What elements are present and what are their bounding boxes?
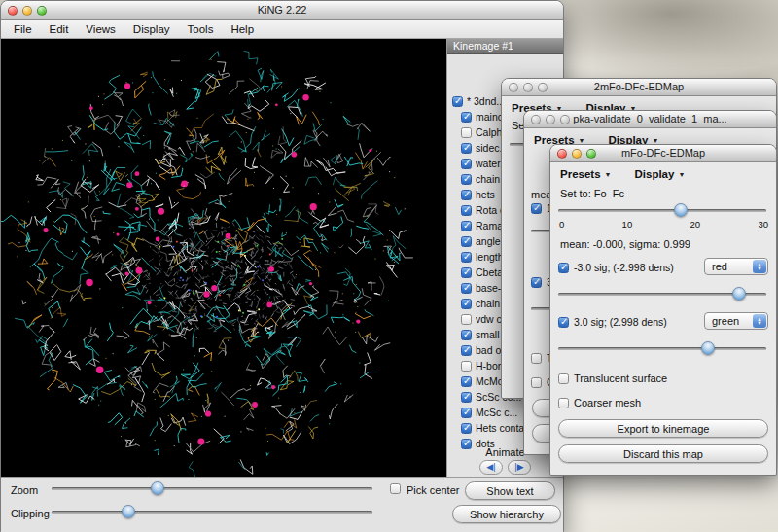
zoom-button[interactable] bbox=[586, 149, 596, 159]
menubar-item[interactable]: Views bbox=[77, 23, 124, 35]
zoom-button[interactable] bbox=[538, 83, 548, 92]
close-button[interactable] bbox=[8, 6, 18, 16]
zoom-slider[interactable] bbox=[52, 481, 372, 496]
coarser-mesh-row: Coarser mesh bbox=[558, 395, 641, 410]
show-hierarchy-button[interactable]: Show hierarchy bbox=[452, 505, 561, 523]
zoom-slider-track[interactable] bbox=[52, 487, 372, 490]
tree-item-checkbox[interactable] bbox=[461, 376, 472, 387]
tree-item-checkbox[interactable] bbox=[461, 361, 472, 372]
tree-item-checkbox[interactable] bbox=[461, 127, 472, 138]
popup-arrows-icon bbox=[753, 260, 766, 273]
neg-contour-slider[interactable] bbox=[558, 287, 766, 301]
animate-prev-button[interactable]: ◀| bbox=[479, 460, 503, 475]
neg-color-value: red bbox=[712, 261, 727, 272]
clipping-slider-track[interactable] bbox=[52, 511, 372, 514]
chevron-down-icon: ▼ bbox=[652, 137, 658, 144]
tree-item-checkbox[interactable] bbox=[461, 267, 472, 278]
viewport-controls-bar: Zoom Pick center Show text Clipping Show… bbox=[1, 477, 563, 532]
menubar-item[interactable]: Tools bbox=[179, 23, 223, 35]
level-slider[interactable] bbox=[558, 203, 766, 218]
slider-thumb[interactable] bbox=[674, 203, 688, 217]
tree-item-checkbox[interactable] bbox=[461, 345, 472, 356]
contour-checkbox[interactable] bbox=[531, 203, 542, 214]
clipping-slider[interactable] bbox=[52, 505, 372, 519]
minimize-button[interactable] bbox=[546, 115, 555, 124]
menubar-item[interactable]: File bbox=[5, 23, 41, 35]
menubar-item[interactable]: Display bbox=[124, 23, 179, 35]
tree-item-checkbox[interactable] bbox=[461, 190, 472, 200]
tree-item-checkbox[interactable] bbox=[452, 96, 463, 107]
slider-tick-label: 0 bbox=[559, 219, 564, 230]
zoom-slider-thumb[interactable] bbox=[151, 481, 164, 495]
neg-contour-checkbox[interactable] bbox=[558, 263, 569, 273]
slider-tick-label: 20 bbox=[690, 219, 701, 230]
tree-item-checkbox[interactable] bbox=[461, 330, 472, 340]
minimize-button[interactable] bbox=[523, 83, 533, 92]
tree-item-checkbox[interactable] bbox=[461, 236, 472, 247]
tree-item-checkbox[interactable] bbox=[461, 221, 472, 231]
option-checkbox[interactable] bbox=[531, 377, 542, 388]
tree-item-checkbox[interactable] bbox=[461, 392, 472, 403]
tree-item-checkbox[interactable] bbox=[461, 174, 472, 185]
clipping-label: Clipping bbox=[11, 508, 50, 519]
zoom-button[interactable] bbox=[37, 6, 47, 16]
contour-checkbox[interactable] bbox=[531, 277, 542, 288]
titlebar[interactable]: mFo-DFc-EDMap bbox=[550, 145, 776, 162]
titlebar[interactable]: 2mFo-DFc-EDMap bbox=[502, 79, 776, 96]
coarser-mesh-label: Coarser mesh bbox=[574, 397, 641, 408]
coarser-mesh-checkbox[interactable] bbox=[558, 398, 569, 408]
tree-item-checkbox[interactable] bbox=[461, 283, 472, 294]
discard-map-button[interactable]: Discard this map bbox=[558, 444, 768, 463]
tree-item-checkbox[interactable] bbox=[461, 143, 472, 154]
window-menu[interactable]: Display▼ bbox=[635, 168, 686, 180]
pos-contour-slider[interactable] bbox=[558, 341, 766, 356]
window-menu-label: Presets bbox=[560, 168, 601, 180]
tree-item-checkbox[interactable] bbox=[461, 299, 472, 309]
desktop-background: KiNG 2.22 File Edit Views Display Tools … bbox=[0, 0, 778, 532]
zoom-button[interactable] bbox=[560, 115, 570, 124]
slider-track[interactable] bbox=[558, 347, 766, 350]
pos-color-select[interactable]: green bbox=[704, 312, 768, 330]
clipping-slider-thumb[interactable] bbox=[122, 505, 135, 518]
tree-item-checkbox[interactable] bbox=[461, 408, 472, 418]
translucent-checkbox[interactable] bbox=[558, 373, 569, 384]
pos-contour-checkbox[interactable] bbox=[558, 317, 569, 328]
export-to-kinemage-button[interactable]: Export to kinemage bbox=[558, 419, 768, 438]
window-menu[interactable]: Presets▼ bbox=[560, 168, 612, 180]
slider-scale: 0 10 20 30 bbox=[559, 219, 768, 230]
translucent-label: Translucent surface bbox=[574, 372, 667, 384]
tree-item-checkbox[interactable] bbox=[461, 159, 472, 169]
menubar-item[interactable]: Edit bbox=[41, 23, 78, 35]
tree-item-checkbox[interactable] bbox=[461, 252, 472, 263]
option-checkbox[interactable] bbox=[531, 353, 542, 364]
minimize-button[interactable] bbox=[572, 149, 582, 159]
molecule-canvas[interactable] bbox=[1, 39, 446, 477]
slider-thumb[interactable] bbox=[701, 341, 715, 355]
neg-contour-label: -3.0 sig; (-2.998 dens) bbox=[574, 262, 674, 273]
window-menu-label: Display bbox=[635, 168, 675, 180]
tree-item-label: McSc c... bbox=[476, 407, 517, 418]
tree-item-checkbox[interactable] bbox=[461, 423, 472, 434]
main-titlebar[interactable]: KiNG 2.22 bbox=[1, 1, 563, 20]
pick-center-checkbox[interactable] bbox=[390, 483, 401, 494]
slider-thumb[interactable] bbox=[732, 287, 746, 301]
show-text-button[interactable]: Show text bbox=[465, 481, 555, 500]
neg-contour-row: -3.0 sig; (-2.998 dens) bbox=[558, 260, 674, 275]
menubar-item[interactable]: Help bbox=[222, 23, 263, 35]
close-button[interactable] bbox=[557, 149, 567, 159]
tree-item-checkbox[interactable] bbox=[461, 314, 472, 325]
minimize-button[interactable] bbox=[22, 6, 32, 16]
neg-color-select[interactable]: red bbox=[704, 258, 768, 275]
tree-item-checkbox[interactable] bbox=[461, 205, 472, 216]
window-controls bbox=[509, 83, 548, 92]
animate-next-button[interactable]: |▶ bbox=[508, 460, 531, 475]
close-button[interactable] bbox=[531, 115, 541, 124]
translucent-row: Translucent surface bbox=[558, 371, 667, 386]
graphics-viewport[interactable] bbox=[1, 39, 446, 477]
slider-track[interactable] bbox=[558, 209, 766, 212]
titlebar[interactable]: pka-validate_0_validate_1_ma... bbox=[524, 111, 776, 128]
close-button[interactable] bbox=[509, 83, 518, 92]
set-to-label: Set to: Fo–Fc bbox=[560, 188, 624, 199]
window-controls bbox=[8, 6, 47, 16]
tree-item-checkbox[interactable] bbox=[461, 112, 472, 123]
